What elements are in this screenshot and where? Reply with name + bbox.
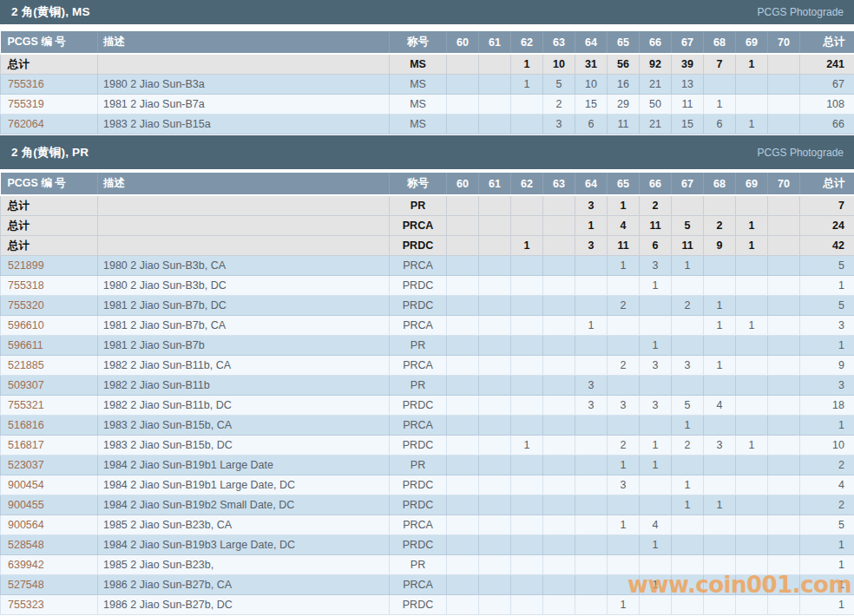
pcgs-id-link[interactable]: 596611 — [8, 339, 43, 351]
pcgs-id-link[interactable]: 755320 — [8, 299, 44, 311]
grade-69-count-cell — [736, 356, 768, 376]
coin-description-cell: 1984 2 Jiao Sun-B19b1 Large Date, DC — [98, 475, 390, 495]
table-row: 5285481984 2 Jiao Sun-B19b3 Large Date, … — [1, 535, 854, 555]
grade-70-count-cell — [768, 535, 800, 555]
pcgs-id-link[interactable]: 527548 — [8, 579, 44, 591]
grade-70-count-cell — [768, 316, 800, 336]
grade-65-count-cell: 2 — [608, 296, 640, 316]
grade-68-count-cell: 6 — [704, 115, 736, 134]
grade-68-count-cell — [704, 276, 736, 296]
pcgs-id-link[interactable]: 516816 — [8, 419, 44, 431]
grade-69-count-cell — [736, 95, 768, 115]
pcgs-id-link[interactable]: 755321 — [8, 399, 44, 411]
col-header-grade-62: 62 — [511, 173, 543, 195]
col-header-grade-61: 61 — [479, 31, 511, 54]
grade-63-count-cell — [543, 236, 575, 256]
grade-70-count-cell — [768, 475, 800, 495]
grade-63-count-cell — [543, 376, 575, 396]
pcgs-id-link[interactable]: 521885 — [8, 359, 44, 371]
col-header-grade-66: 66 — [640, 173, 672, 195]
grade-60-count-cell — [447, 575, 479, 595]
col-header-grade-61: 61 — [479, 173, 511, 195]
grade-61-count-cell — [479, 336, 511, 356]
designation-cell: PRCA — [390, 316, 447, 336]
pcgs-id-link[interactable]: 755318 — [8, 279, 44, 292]
pcgs-id-cell: 528548 — [1, 535, 98, 555]
pcgs-id-link[interactable]: 509307 — [8, 379, 44, 391]
pcgs-id-link[interactable]: 596610 — [8, 319, 44, 331]
grade-66-count-cell: 3 — [640, 356, 672, 376]
grade-61-count-cell — [479, 535, 511, 555]
pcgs-id-link[interactable]: 755323 — [8, 599, 44, 611]
grade-70-count-cell — [768, 195, 800, 216]
grade-60-count-cell — [447, 195, 479, 216]
grade-63-count-cell — [543, 535, 575, 555]
row-total-cell: 5 — [800, 256, 854, 276]
pcgs-id-link[interactable]: 521899 — [8, 259, 44, 272]
grade-64-count-cell — [575, 336, 608, 356]
grade-68-count-cell: 3 — [704, 436, 736, 455]
grade-66-count-cell: 1 — [640, 455, 672, 475]
grade-63-count-cell — [543, 455, 575, 475]
grade-62-count-cell — [511, 356, 543, 376]
pcgs-id-cell: 755323 — [1, 595, 98, 615]
total-label-cell: 总计 — [1, 236, 98, 256]
grade-69-count-cell — [736, 396, 768, 416]
grade-60-count-cell — [447, 54, 479, 75]
grade-65-count-cell: 1 — [608, 256, 640, 276]
pcgs-id-link[interactable]: 516817 — [8, 439, 44, 451]
grade-69-count-cell — [736, 575, 768, 595]
grade-62-count-cell — [511, 396, 543, 416]
grade-70-count-cell — [768, 336, 800, 356]
grade-70-count-cell — [768, 376, 800, 396]
grade-69-count-cell — [736, 296, 768, 316]
grade-64-count-cell — [575, 535, 608, 555]
photograde-link[interactable]: PCGS Photograde — [758, 6, 844, 18]
col-header-grade-67: 67 — [672, 31, 704, 54]
table-row: 5966101981 2 Jiao Sun-B7b, CAPRCA1113 — [1, 316, 854, 336]
pcgs-id-cell: 900454 — [1, 475, 98, 495]
grade-69-count-cell — [736, 195, 768, 216]
row-total-cell: 3 — [800, 316, 854, 336]
grade-64-count-cell — [575, 575, 608, 595]
designation-cell: PR — [390, 376, 447, 396]
pcgs-id-link[interactable]: 900455 — [8, 499, 44, 511]
pcgs-id-link[interactable]: 528548 — [8, 539, 44, 551]
photograde-link[interactable]: PCGS Photograde — [758, 147, 844, 159]
grade-67-count-cell — [672, 316, 704, 336]
grade-60-count-cell — [447, 475, 479, 495]
grade-66-count-cell: 50 — [640, 95, 672, 115]
grade-64-count-cell: 3 — [575, 376, 608, 396]
grade-65-count-cell — [608, 276, 640, 296]
pcgs-id-link[interactable]: 900564 — [8, 519, 44, 531]
grade-69-count-cell: 1 — [736, 236, 768, 256]
pcgs-id-link[interactable]: 900454 — [8, 479, 44, 491]
grade-63-count-cell — [543, 316, 575, 336]
pcgs-id-link[interactable]: 755319 — [8, 98, 44, 110]
designation-cell: PRCA — [390, 515, 447, 535]
grade-62-count-cell — [511, 515, 543, 535]
grade-61-count-cell — [479, 575, 511, 595]
grade-61-count-cell — [479, 75, 511, 95]
pcgs-id-link[interactable]: 762064 — [8, 118, 44, 130]
pcgs-id-link[interactable]: 755316 — [8, 78, 44, 90]
coin-description-cell: 1983 2 Jiao Sun-B15a — [98, 115, 390, 134]
grade-65-count-cell: 1 — [608, 195, 640, 216]
grade-61-count-cell — [479, 316, 511, 336]
grade-61-count-cell — [479, 195, 511, 216]
grade-62-count-cell: 1 — [511, 236, 543, 256]
col-header-designation: 称号 — [390, 31, 447, 54]
grade-62-count-cell — [511, 376, 543, 396]
grade-65-count-cell: 3 — [608, 475, 640, 495]
grade-61-count-cell — [479, 276, 511, 296]
grade-69-count-cell — [736, 535, 768, 555]
designation-cell: PR — [390, 455, 447, 475]
col-header-total: 总计 — [800, 31, 854, 54]
grade-62-count-cell — [511, 555, 543, 575]
grade-70-count-cell — [768, 216, 800, 236]
section-header-bar: 2 角(黄铜), MSPCGS Photograde — [0, 0, 854, 24]
pcgs-id-link[interactable]: 523037 — [8, 459, 44, 471]
row-total-cell: 66 — [800, 115, 854, 134]
pcgs-id-link[interactable]: 639942 — [8, 559, 44, 571]
population-table: PCGS 编 号描述称号6061626364656667686970总计总计MS… — [0, 31, 854, 134]
